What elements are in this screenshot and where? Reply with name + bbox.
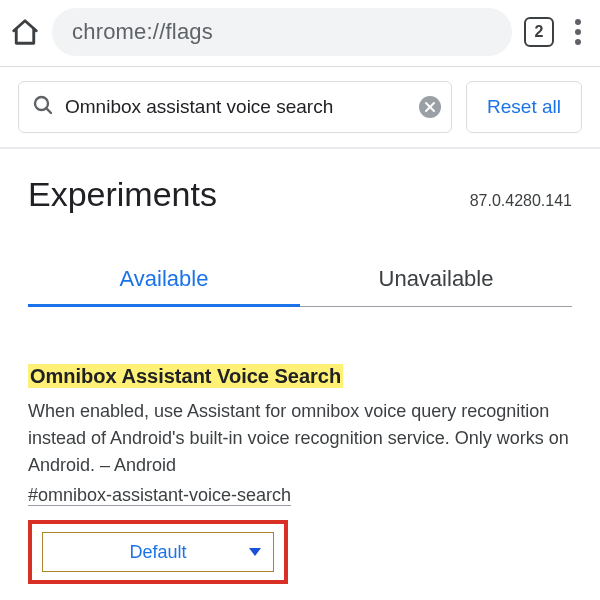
flag-dropdown[interactable]: Default [42, 532, 274, 572]
search-icon [31, 93, 55, 121]
search-input[interactable] [65, 96, 409, 118]
flags-toolbar: Reset all [0, 67, 600, 149]
flag-entry: Omnibox Assistant Voice Search When enab… [28, 365, 572, 584]
flag-description: When enabled, use Assistant for omnibox … [28, 398, 572, 479]
page-title: Experiments [28, 175, 217, 214]
address-text: chrome://flags [72, 19, 213, 45]
browser-topbar: chrome://flags 2 [0, 0, 600, 67]
tab-count: 2 [535, 23, 544, 41]
flags-content: Experiments 87.0.4280.141 Available Unav… [0, 149, 600, 584]
tab-switcher[interactable]: 2 [524, 17, 554, 47]
flag-dropdown-value: Default [129, 542, 186, 563]
tabs: Available Unavailable [28, 252, 572, 307]
home-icon[interactable] [10, 17, 40, 47]
tab-available[interactable]: Available [28, 252, 300, 307]
tab-unavailable[interactable]: Unavailable [300, 252, 572, 307]
header-row: Experiments 87.0.4280.141 [28, 175, 572, 214]
overflow-menu-icon[interactable] [566, 19, 590, 45]
svg-line-1 [46, 108, 51, 113]
flag-dropdown-highlight: Default [28, 520, 288, 584]
flag-title: Omnibox Assistant Voice Search [28, 364, 343, 388]
clear-search-icon[interactable] [419, 96, 441, 118]
search-box[interactable] [18, 81, 452, 133]
chrome-version: 87.0.4280.141 [470, 192, 572, 210]
chevron-down-icon [249, 548, 261, 556]
reset-all-button[interactable]: Reset all [466, 81, 582, 133]
flag-hash: #omnibox-assistant-voice-search [28, 485, 291, 506]
address-bar[interactable]: chrome://flags [52, 8, 512, 56]
